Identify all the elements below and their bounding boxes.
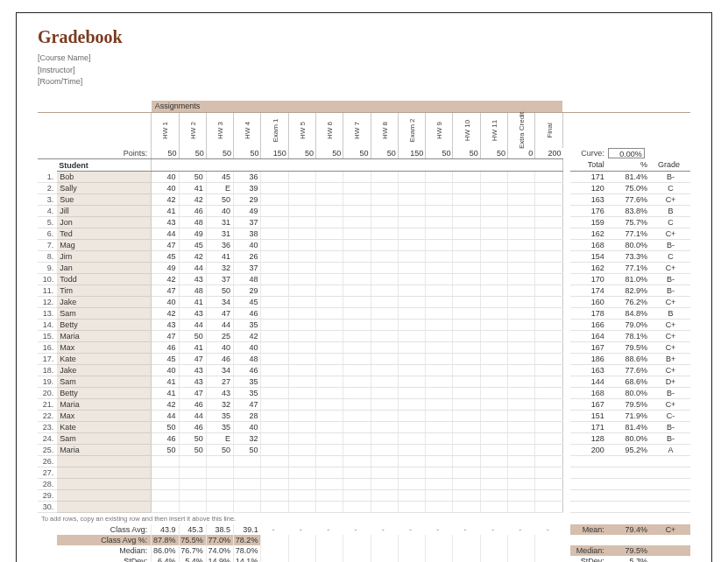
score-cell[interactable] [343, 285, 371, 297]
score-cell[interactable] [426, 376, 453, 388]
score-cell[interactable] [453, 240, 480, 251]
score-cell[interactable] [480, 433, 507, 445]
score-cell[interactable] [371, 331, 398, 342]
score-cell[interactable]: 42 [152, 399, 179, 411]
score-cell[interactable] [261, 331, 288, 342]
score-cell[interactable] [343, 376, 371, 388]
score-cell[interactable] [315, 297, 343, 308]
score-cell[interactable]: 43 [179, 365, 206, 376]
student-name-cell[interactable]: Jake [57, 297, 151, 308]
score-cell[interactable]: 45 [234, 297, 261, 308]
score-cell[interactable] [535, 285, 563, 297]
score-cell[interactable] [343, 365, 371, 376]
score-cell[interactable] [315, 206, 343, 217]
score-cell[interactable] [398, 388, 425, 399]
score-cell[interactable] [261, 194, 288, 206]
score-cell[interactable]: 50 [179, 331, 206, 342]
score-cell[interactable] [426, 297, 453, 308]
score-cell[interactable] [371, 274, 398, 285]
student-name-cell[interactable]: Bob [57, 172, 151, 183]
score-cell[interactable] [508, 388, 535, 399]
score-cell[interactable] [535, 433, 563, 445]
score-cell[interactable] [261, 411, 288, 422]
score-cell[interactable]: 47 [206, 308, 233, 320]
score-cell[interactable]: 46 [179, 422, 206, 433]
score-cell[interactable] [315, 263, 343, 274]
score-cell[interactable] [453, 263, 480, 274]
score-cell[interactable] [508, 342, 535, 354]
score-cell[interactable] [480, 206, 507, 217]
score-cell[interactable]: 41 [152, 206, 179, 217]
score-cell[interactable] [371, 183, 398, 194]
score-cell[interactable] [288, 217, 315, 228]
student-name-cell[interactable]: Mag [57, 240, 151, 251]
score-cell[interactable] [453, 354, 480, 365]
score-cell[interactable]: 40 [152, 172, 179, 183]
score-cell[interactable] [343, 206, 371, 217]
score-cell[interactable] [453, 376, 480, 388]
score-cell[interactable] [261, 433, 288, 445]
score-cell[interactable] [288, 433, 315, 445]
student-name-cell[interactable]: Jim [57, 251, 151, 263]
score-cell[interactable]: 43 [152, 217, 179, 228]
score-cell[interactable] [426, 263, 453, 274]
score-cell[interactable] [261, 342, 288, 354]
score-cell[interactable] [343, 399, 371, 411]
score-cell[interactable] [535, 342, 563, 354]
score-cell[interactable] [315, 388, 343, 399]
score-cell[interactable] [508, 194, 535, 206]
score-cell[interactable]: 43 [179, 274, 206, 285]
score-cell[interactable] [508, 263, 535, 274]
score-cell[interactable] [288, 172, 315, 183]
score-cell[interactable]: 46 [152, 342, 179, 354]
score-cell[interactable] [261, 240, 288, 251]
score-cell[interactable] [288, 297, 315, 308]
score-cell[interactable]: 41 [152, 388, 179, 399]
score-cell[interactable] [535, 365, 563, 376]
score-cell[interactable]: 50 [152, 422, 179, 433]
score-cell[interactable] [480, 399, 507, 411]
score-cell[interactable] [288, 194, 315, 206]
score-cell[interactable] [453, 285, 480, 297]
score-cell[interactable] [343, 411, 371, 422]
score-cell[interactable] [398, 297, 425, 308]
score-cell[interactable] [453, 399, 480, 411]
score-cell[interactable] [261, 228, 288, 240]
score-cell[interactable] [508, 320, 535, 331]
score-cell[interactable]: 48 [179, 217, 206, 228]
student-name-cell[interactable]: Jill [57, 206, 151, 217]
score-cell[interactable] [398, 342, 425, 354]
score-cell[interactable] [261, 308, 288, 320]
score-cell[interactable] [261, 365, 288, 376]
student-name-cell[interactable]: Sam [57, 433, 151, 445]
score-cell[interactable] [371, 376, 398, 388]
score-cell[interactable]: 26 [234, 251, 261, 263]
score-cell[interactable] [288, 388, 315, 399]
score-cell[interactable] [343, 263, 371, 274]
score-cell[interactable] [535, 354, 563, 365]
score-cell[interactable]: 42 [152, 194, 179, 206]
score-cell[interactable]: 49 [152, 263, 179, 274]
score-cell[interactable] [261, 297, 288, 308]
score-cell[interactable]: 47 [179, 388, 206, 399]
score-cell[interactable] [371, 285, 398, 297]
score-cell[interactable] [453, 342, 480, 354]
score-cell[interactable]: 46 [179, 399, 206, 411]
score-cell[interactable] [453, 194, 480, 206]
score-cell[interactable] [288, 422, 315, 433]
score-cell[interactable] [315, 320, 343, 331]
student-name-cell[interactable]: Jan [57, 263, 151, 274]
score-cell[interactable]: 40 [234, 240, 261, 251]
score-cell[interactable] [480, 263, 507, 274]
score-cell[interactable] [426, 285, 453, 297]
score-cell[interactable] [343, 183, 371, 194]
score-cell[interactable] [426, 354, 453, 365]
student-name-cell[interactable]: Max [57, 411, 151, 422]
score-cell[interactable] [371, 263, 398, 274]
score-cell[interactable] [315, 285, 343, 297]
score-cell[interactable] [535, 376, 563, 388]
score-cell[interactable] [480, 194, 507, 206]
score-cell[interactable] [426, 342, 453, 354]
score-cell[interactable]: 41 [179, 297, 206, 308]
score-cell[interactable] [453, 365, 480, 376]
